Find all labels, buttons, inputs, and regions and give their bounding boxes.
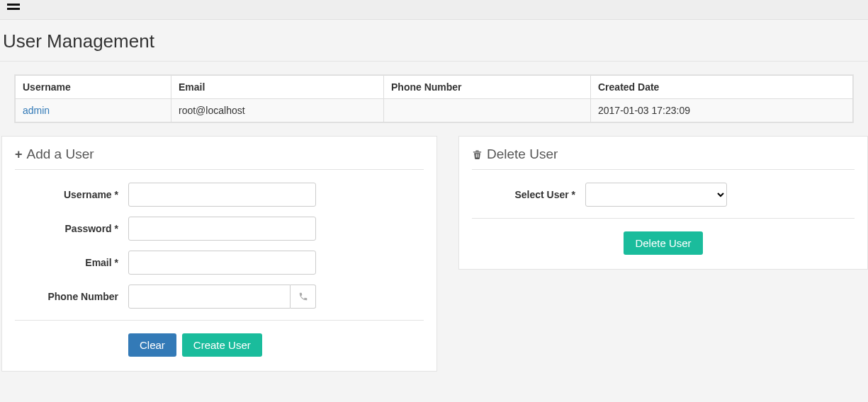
table-row: admin root@localhost 2017-01-03 17:23:09 xyxy=(16,99,853,122)
topbar xyxy=(0,0,868,20)
plus-icon: + xyxy=(15,148,23,161)
label-email: Email * xyxy=(15,257,128,268)
username-input[interactable] xyxy=(128,183,316,207)
col-email: Email xyxy=(171,76,384,99)
clear-button[interactable]: Clear xyxy=(128,333,176,357)
add-user-title-text: Add a User xyxy=(27,147,94,162)
email-input[interactable] xyxy=(128,251,316,275)
divider xyxy=(472,218,855,219)
divider xyxy=(472,169,855,170)
label-password: Password * xyxy=(15,223,128,234)
delete-user-title: Delete User xyxy=(472,147,855,162)
delete-user-panel: Delete User Select User * Delete User xyxy=(458,136,868,270)
page-header: User Management xyxy=(0,20,868,62)
delete-user-title-text: Delete User xyxy=(487,147,558,162)
divider xyxy=(15,169,424,170)
col-username: Username xyxy=(16,76,171,99)
label-select-user: Select User * xyxy=(472,189,585,200)
col-created: Created Date xyxy=(591,76,853,99)
phone-icon xyxy=(291,285,316,309)
label-username: Username * xyxy=(15,189,128,200)
users-table-panel: Username Email Phone Number Created Date… xyxy=(14,74,854,123)
add-user-panel: + Add a User Username * Password * Email… xyxy=(1,136,437,372)
trash-icon xyxy=(472,149,483,160)
delete-user-button[interactable]: Delete User xyxy=(624,231,702,255)
table-header-row: Username Email Phone Number Created Date xyxy=(16,76,853,99)
cell-email: root@localhost xyxy=(171,99,384,122)
col-phone: Phone Number xyxy=(384,76,591,99)
password-input[interactable] xyxy=(128,217,316,241)
select-user-dropdown[interactable] xyxy=(585,183,727,207)
cell-phone xyxy=(384,99,591,122)
hamburger-icon[interactable] xyxy=(7,1,20,12)
add-user-title: + Add a User xyxy=(15,147,424,162)
phone-input[interactable] xyxy=(128,285,291,309)
cell-username[interactable]: admin xyxy=(16,99,171,122)
create-user-button[interactable]: Create User xyxy=(182,333,262,357)
users-table: Username Email Phone Number Created Date… xyxy=(15,75,853,122)
page-title: User Management xyxy=(3,30,868,52)
label-phone: Phone Number xyxy=(15,291,128,302)
divider xyxy=(15,320,424,321)
cell-created: 2017-01-03 17:23:09 xyxy=(591,99,853,122)
